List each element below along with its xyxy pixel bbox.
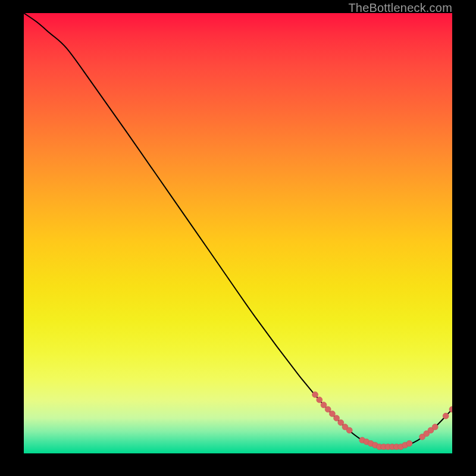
data-point-marker	[329, 411, 335, 416]
data-point-marker	[346, 427, 352, 433]
data-point-marker	[406, 440, 412, 446]
data-point-marker	[443, 413, 449, 419]
data-point-marker	[321, 402, 327, 408]
data-point-marker	[325, 406, 331, 412]
gradient-plot-area	[24, 13, 452, 453]
curve-layer	[24, 13, 452, 453]
bottleneck-curve	[24, 13, 452, 447]
data-point-marker	[338, 419, 344, 425]
data-point-marker	[432, 424, 438, 430]
data-markers	[312, 392, 452, 450]
data-point-marker	[317, 397, 322, 403]
chart-frame: TheBottleneck.com	[0, 0, 476, 476]
data-point-marker	[334, 415, 340, 421]
data-point-marker	[312, 392, 318, 397]
